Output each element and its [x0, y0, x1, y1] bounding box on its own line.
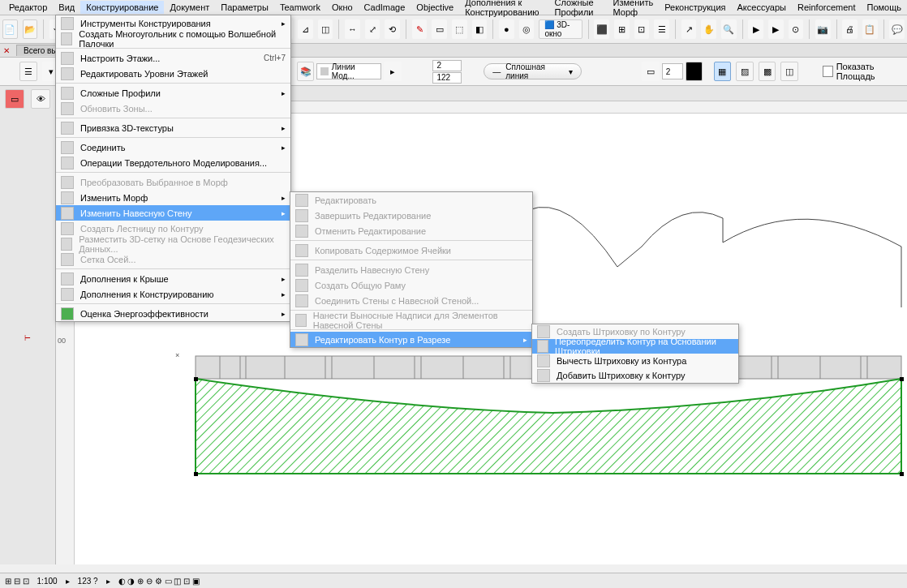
menu-cadimage[interactable]: CadImage	[359, 1, 411, 14]
contour-submenu[interactable]: Создать Штриховку по Контуру Переопредел…	[531, 324, 739, 384]
menu-accessories[interactable]: Аксессуары	[732, 1, 792, 14]
sub-join-walls: Соединить Стены с Навесной Стеной...	[290, 293, 532, 308]
marquee-icon[interactable]: ▭	[5, 89, 24, 109]
menu-view[interactable]: Вид	[53, 1, 80, 14]
menu-help[interactable]: Помощь	[862, 1, 908, 14]
sub-edit: Редактировать	[290, 192, 532, 208]
sub-edit-contour[interactable]: Редактировать Контур в Разрезе▸	[290, 332, 532, 347]
print-icon[interactable]: 🖨	[842, 19, 858, 39]
draw4-icon[interactable]: ◫	[318, 19, 333, 39]
menu-grid-axes: Сетка Осей...	[56, 251, 290, 267]
status-bar: ⊞ ⊟ ⊡ 1:100 ▸ 123 ? ▸ ◐ ◑ ⊕ ⊖ ⚙ ▭ ◫ ⊡ ▣	[0, 573, 907, 588]
color-icon[interactable]: ◧	[472, 19, 488, 39]
menu-design-extras[interactable]: Дополнения к Конструированию▸	[56, 286, 290, 302]
menu-convert-morph: Преобразовать Выбранное в Морф	[56, 174, 290, 190]
dim3-icon[interactable]: ⟲	[385, 19, 400, 39]
hatch-icon[interactable]: ⬚	[452, 19, 467, 39]
menu-teamwork[interactable]: Teamwork	[274, 1, 326, 14]
fill3-icon[interactable]: ▩	[759, 62, 776, 81]
sub-copy-cell: Копировать Содержимое Ячейки	[290, 242, 532, 258]
curtain-wall-submenu[interactable]: Редактировать Завершить Редактирование О…	[290, 191, 533, 348]
menu-magic-wand[interactable]: Создать Многоугольник с помощью Волшебно…	[56, 31, 290, 46]
menu-connect[interactable]: Соединить▸	[56, 139, 290, 155]
svg-rect-28	[194, 472, 198, 476]
menu-story-settings[interactable]: Настроить Этажи...Ctrl+7	[56, 50, 290, 66]
hand-icon[interactable]: ✋	[701, 19, 716, 39]
arrow-icon[interactable]: ↗	[681, 19, 697, 39]
fill2-icon[interactable]: ▨	[736, 62, 754, 81]
sub2-add-hatch[interactable]: Добавить Штриховку к Контуру	[532, 368, 738, 383]
draw3-icon[interactable]: ⊿	[298, 19, 313, 39]
opt-icon1[interactable]: ☰	[19, 62, 37, 81]
status-tools-icon[interactable]: ⊞ ⊟ ⊡	[5, 577, 29, 586]
menu-3d-mesh: Разместить 3D-сетку на Основе Геодезичес…	[56, 236, 290, 251]
num-top-field[interactable]: 2	[432, 60, 462, 71]
menu-edit-story-levels[interactable]: Редактировать Уровни Этажей	[56, 66, 290, 81]
nav3-icon[interactable]: ⊡	[634, 19, 650, 39]
menu-window[interactable]: Окно	[326, 1, 359, 14]
menu-editor[interactable]: Редактор	[3, 1, 53, 14]
ruler-mark-icon: ⊢	[24, 334, 31, 342]
menu-objective[interactable]: Objective	[411, 1, 459, 14]
eye-icon[interactable]: 👁	[31, 89, 50, 109]
fill-icon[interactable]: ▭	[432, 19, 447, 39]
menu-reconstruction[interactable]: Реконструкция	[659, 1, 731, 14]
zoom-icon[interactable]: 🔍	[721, 19, 737, 39]
layer-icon[interactable]: 📚	[297, 62, 315, 81]
view1-icon[interactable]: ●	[499, 19, 514, 39]
design-menu-dropdown[interactable]: Инструменты Конструирования▸ Создать Мно…	[55, 15, 291, 322]
pen-preview-icon: ▭	[642, 62, 660, 81]
dim1-icon[interactable]: ↔	[345, 19, 360, 39]
view3d-button[interactable]: 🟦 3D-окно	[539, 19, 582, 39]
fill1-icon[interactable]: ▦	[714, 62, 732, 81]
dim2-icon[interactable]: ⤢	[365, 19, 380, 39]
sub-labels: Нанести Выносные Надписи для Элементов Н…	[290, 312, 532, 328]
new-icon[interactable]: 📄	[2, 19, 18, 39]
open-icon[interactable]: 📂	[23, 19, 38, 39]
linetype-select[interactable]: — Сплошная линия ▾	[484, 63, 581, 79]
num-bot-field[interactable]: 122	[432, 72, 462, 84]
sub-common-frame: Создать Общую Раму	[290, 277, 532, 293]
menu-modify-morph[interactable]: Изменить Морф▸	[56, 190, 290, 205]
menu-addons[interactable]: Дополнения к Конструированию	[459, 0, 548, 19]
play2-icon[interactable]: ▶	[768, 19, 784, 39]
menu-energy[interactable]: Оценка Энергоэффективности▸	[56, 306, 290, 321]
status-icons[interactable]: ◐ ◑ ⊕ ⊖ ⚙ ▭ ◫ ⊡ ▣	[118, 577, 200, 586]
menu-profiles[interactable]: Сложные Профили	[549, 0, 608, 19]
menu-morph[interactable]: Изменить Морф	[608, 0, 660, 19]
wand-icon	[61, 32, 72, 45]
fill4-icon[interactable]: ◫	[780, 62, 798, 81]
layer-arrow-icon[interactable]: ▸	[384, 62, 402, 81]
layer-field[interactable]: Линии Мод...	[316, 63, 381, 79]
nav4-icon[interactable]: ☰	[654, 19, 669, 39]
menu-params[interactable]: Параметры	[215, 1, 274, 14]
view2-icon[interactable]: ◎	[519, 19, 535, 39]
menu-solid-ops[interactable]: Операции Твердотельного Моделирования...	[56, 155, 290, 170]
play-icon[interactable]: ▶	[748, 19, 763, 39]
plot-icon[interactable]: 📋	[862, 19, 878, 39]
menu-roof-extras[interactable]: Дополнения к Крыше▸	[56, 271, 290, 286]
msg-icon[interactable]: 💬	[889, 19, 905, 39]
menu-complex-profiles[interactable]: Сложные Профили▸	[56, 85, 290, 101]
show-area-checkbox[interactable]	[823, 66, 833, 77]
left-dock: ▭👁 ⊢	[0, 86, 56, 564]
sub2-redefine-contour[interactable]: Переопределить Контур на Основании Штрих…	[532, 339, 738, 354]
sub-finish: Завершить Редактирование	[290, 208, 532, 223]
menubar: Редактор Вид Конструирование Документ Па…	[0, 0, 907, 15]
status-zoom[interactable]: 1:100	[37, 577, 58, 586]
pen-color-icon[interactable]	[686, 62, 703, 81]
menu-3d-texture[interactable]: Привязка 3D-текстуры▸	[56, 120, 290, 135]
cam-icon[interactable]: 📷	[815, 19, 831, 39]
menu-document[interactable]: Документ	[164, 1, 215, 14]
rec-icon[interactable]: ⊙	[789, 19, 804, 39]
nav2-icon[interactable]: ⊞	[614, 19, 630, 39]
pen-icon[interactable]: ✎	[412, 19, 428, 39]
menu-reinforcement[interactable]: Reinforcement	[792, 1, 862, 14]
menu-modify-curtain-wall[interactable]: Изменить Навесную Стену▸	[56, 205, 290, 221]
show-area-label: Показать Площадь	[836, 62, 907, 81]
menu-design[interactable]: Конструирование	[80, 1, 164, 14]
pen-field[interactable]: 2	[662, 63, 683, 79]
svg-text:×: ×	[175, 351, 179, 359]
svg-rect-26	[194, 377, 198, 381]
nav1-icon[interactable]: ⬛	[594, 19, 609, 39]
